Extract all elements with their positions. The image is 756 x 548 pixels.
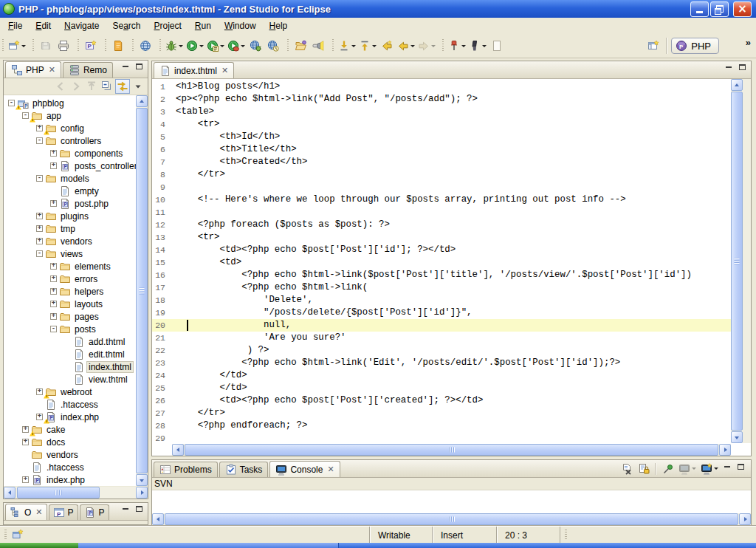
tree-item-pages[interactable]: +pages — [4, 310, 136, 323]
code-line-23[interactable]: 23 <?php echo $html->link('Edit', '/post… — [152, 357, 731, 369]
tree-item-views[interactable]: -views — [4, 247, 136, 260]
tree-item-controllers[interactable]: -controllers — [4, 134, 136, 147]
expand-icon[interactable]: + — [22, 426, 29, 433]
scroll-down-button[interactable] — [731, 431, 743, 443]
expand-icon[interactable]: + — [50, 200, 57, 207]
dropdown-arrow-icon[interactable] — [220, 45, 224, 47]
menu-help[interactable]: Help — [263, 18, 295, 33]
tree-item-errors[interactable]: +errors — [4, 273, 136, 285]
open-console-button[interactable] — [699, 461, 720, 476]
tree-hscroll-thumb[interactable] — [17, 487, 100, 499]
tree-item-index-php[interactable]: +Pindex.php — [4, 473, 136, 486]
expand-icon[interactable]: + — [36, 388, 43, 395]
code-line-4[interactable]: 4 <tr> — [152, 118, 731, 131]
collapse-icon[interactable]: - — [36, 137, 43, 144]
close-tab-icon[interactable]: ✕ — [221, 66, 228, 75]
mark-button[interactable] — [467, 37, 488, 55]
close-tab-icon[interactable]: ✕ — [49, 66, 55, 74]
code-line-2[interactable]: 2<p><?php echo $html->link("Add Post", "… — [152, 93, 731, 106]
view-menu-button[interactable] — [131, 79, 145, 94]
open-perspective-button[interactable] — [645, 37, 662, 55]
last-edit-button[interactable] — [378, 37, 396, 55]
expand-icon[interactable]: + — [50, 150, 57, 157]
maximize-view-button[interactable] — [735, 464, 746, 473]
tree-item-app[interactable]: -app — [4, 109, 136, 122]
project-tree[interactable]: -Pphpblog-app+config-controllers+compone… — [4, 95, 136, 486]
dropdown-arrow-icon[interactable] — [461, 45, 466, 47]
tree-item-htaccess[interactable]: -.htaccess — [4, 461, 136, 473]
menu-navigate[interactable]: Navigate — [58, 18, 106, 33]
tree-item-layouts[interactable]: +layouts — [4, 298, 136, 310]
minimize-view-button[interactable] — [120, 506, 131, 516]
code-line-22[interactable]: 22 ) ?> — [152, 344, 731, 357]
close-button[interactable]: × — [733, 1, 752, 17]
pin-button[interactable] — [447, 37, 467, 55]
tree-item-config[interactable]: +config — [4, 122, 136, 134]
maximize-view-button[interactable] — [134, 506, 145, 516]
minimize-view-button[interactable] — [120, 64, 131, 73]
minimize-view-button[interactable] — [723, 64, 734, 74]
code-line-13[interactable]: 13 <tr> — [152, 231, 731, 244]
tree-item-phpblog[interactable]: -Pphpblog — [4, 97, 136, 109]
collapse-icon[interactable]: - — [22, 112, 29, 119]
expand-icon[interactable]: + — [50, 288, 57, 295]
tab-o[interactable]: O✕ — [5, 504, 47, 520]
dropdown-arrow-icon[interactable] — [199, 45, 204, 47]
tab-problems[interactable]: Problems — [154, 462, 218, 477]
code-line-7[interactable]: 7 <th>Created</th> — [152, 156, 731, 168]
expand-icon[interactable]: + — [36, 213, 43, 219]
dropdown-arrow-icon[interactable] — [179, 45, 183, 47]
tab-p[interactable]: PP — [49, 504, 78, 520]
code-line-5[interactable]: 5 <th>Id</th> — [152, 131, 731, 143]
tree-item-empty[interactable]: -empty — [4, 185, 136, 197]
minimize-button[interactable] — [690, 1, 709, 17]
code-line-16[interactable]: 16 <?php echo $html->link($post['Post'][… — [152, 269, 731, 281]
tree-item-tmp[interactable]: +tmp — [4, 222, 136, 235]
tree-item-vendors[interactable]: -vendors — [4, 448, 136, 461]
dropdown-arrow-icon[interactable] — [372, 45, 377, 47]
menu-search[interactable]: Search — [106, 18, 147, 33]
run-web-button[interactable] — [264, 37, 282, 55]
scroll-left-button[interactable] — [4, 487, 16, 499]
tree-vscroll-thumb[interactable] — [136, 108, 148, 473]
open-resource-button[interactable] — [292, 37, 309, 55]
console-hscroll-thumb[interactable] — [165, 513, 738, 525]
code-line-10[interactable]: 10 <!-- Here's where we loop through our… — [152, 193, 731, 206]
overview-ruler[interactable] — [742, 79, 751, 443]
close-tab-icon[interactable]: ✕ — [35, 508, 42, 516]
tree-item-index-php[interactable]: +Pindex.php — [4, 411, 136, 423]
expand-icon[interactable]: + — [36, 125, 43, 131]
tree-item-webroot[interactable]: +webroot — [4, 386, 136, 398]
link-editor-button[interactable] — [115, 79, 130, 94]
prev-annotation-button[interactable] — [357, 37, 378, 55]
menu-file[interactable]: File — [1, 18, 29, 33]
tree-horizontal-scrollbar[interactable] — [4, 487, 148, 499]
tree-item-cake[interactable]: +cake — [4, 423, 136, 436]
code-line-21[interactable]: 21 'Are you sure?' — [152, 332, 731, 344]
new-wizard-button[interactable] — [7, 37, 27, 55]
editor-vertical-scrollbar[interactable] — [731, 79, 743, 443]
tree-item-post-php[interactable]: +Ppost.php — [4, 197, 136, 210]
code-line-17[interactable]: 17 <?php echo $html->link( — [152, 281, 731, 294]
collapse-icon[interactable]: - — [50, 326, 57, 332]
web-browser-button[interactable] — [137, 37, 154, 55]
code-line-26[interactable]: 26 <td><?php echo $post['Post']['created… — [152, 394, 731, 407]
tree-item-posts[interactable]: -posts — [4, 323, 136, 335]
scroll-up-button[interactable] — [731, 79, 743, 91]
debug-button[interactable] — [164, 37, 185, 55]
tree-item-add-thtml[interactable]: -add.thtml — [4, 335, 136, 348]
collapse-icon[interactable]: - — [8, 100, 15, 106]
blank-page-button[interactable] — [488, 37, 506, 55]
code-line-8[interactable]: 8 </tr> — [152, 168, 731, 181]
forward-button[interactable] — [416, 37, 437, 55]
scroll-right-button[interactable] — [739, 513, 751, 525]
nav-up-button[interactable] — [84, 79, 99, 94]
code-line-1[interactable]: 1<h1>Blog posts</h1> — [152, 81, 731, 93]
print-button[interactable] — [55, 37, 72, 55]
editor-horizontal-scrollbar[interactable] — [172, 444, 731, 456]
dropdown-arrow-icon[interactable] — [241, 45, 245, 47]
tree-vertical-scrollbar[interactable] — [136, 95, 148, 486]
display-console-button[interactable] — [677, 461, 698, 476]
tab-php[interactable]: PHP✕ — [5, 61, 61, 78]
collapse-icon[interactable]: - — [36, 250, 43, 257]
